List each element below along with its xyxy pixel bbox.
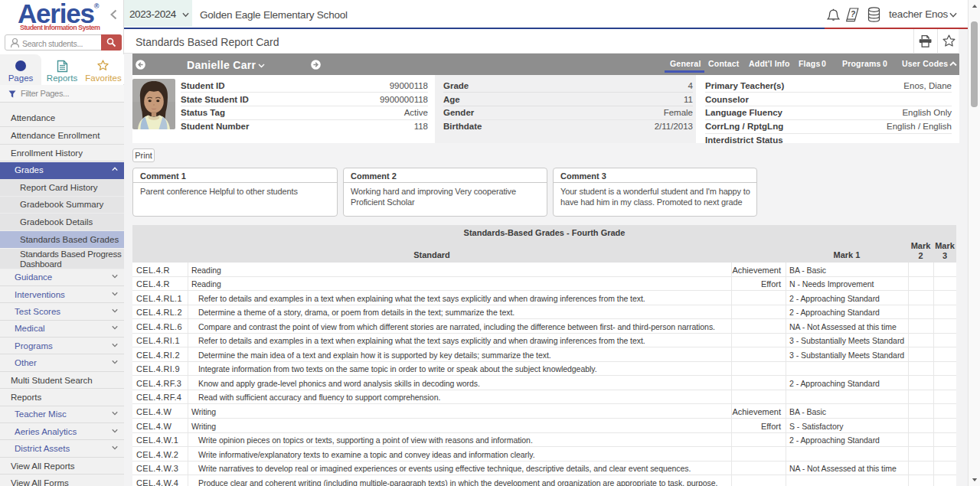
svg-text:?: ? — [851, 10, 855, 18]
